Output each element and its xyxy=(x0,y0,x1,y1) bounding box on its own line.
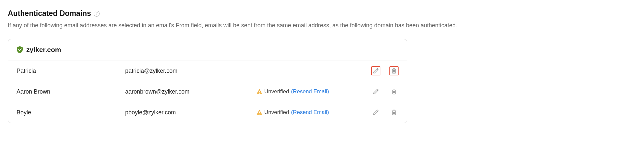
svg-rect-0 xyxy=(259,91,260,93)
edit-button[interactable] xyxy=(371,108,380,117)
resend-email-link[interactable]: (Resend Email) xyxy=(291,109,329,116)
warning-icon xyxy=(256,89,262,94)
shield-verified-icon xyxy=(17,46,23,53)
status-cell: Unverified (Resend Email) xyxy=(256,109,360,116)
edit-button[interactable] xyxy=(371,87,380,96)
domain-name: zylker.com xyxy=(26,46,61,54)
user-email: aaronbrown@zylker.com xyxy=(125,88,256,95)
svg-point-1 xyxy=(259,93,260,94)
resend-email-link[interactable]: (Resend Email) xyxy=(291,88,329,95)
domain-header: zylker.com xyxy=(8,39,407,60)
user-name: Aaron Brown xyxy=(17,88,125,95)
user-name: Patricia xyxy=(17,68,125,74)
edit-button[interactable] xyxy=(371,66,380,75)
status-text: Unverified xyxy=(264,88,289,95)
page-description: If any of the following email addresses … xyxy=(8,21,636,30)
status-text: Unverified xyxy=(264,109,289,116)
page-title: Authenticated Domains xyxy=(8,9,91,18)
table-row: Boyle pboyle@zylker.com Unverified (Rese… xyxy=(8,102,407,123)
svg-point-3 xyxy=(259,114,260,114)
warning-icon xyxy=(256,110,262,115)
table-row: Patricia patricia@zylker.com xyxy=(8,60,407,81)
help-icon[interactable]: ? xyxy=(94,11,100,17)
delete-button[interactable] xyxy=(389,87,399,96)
domain-card: zylker.com Patricia patricia@zylker.com … xyxy=(8,39,407,123)
svg-rect-2 xyxy=(259,111,260,113)
user-email: patricia@zylker.com xyxy=(125,68,256,74)
user-name: Boyle xyxy=(17,109,125,116)
delete-button[interactable] xyxy=(389,66,399,75)
user-email: pboyle@zylker.com xyxy=(125,109,256,116)
status-cell: Unverified (Resend Email) xyxy=(256,88,360,95)
delete-button[interactable] xyxy=(389,108,399,117)
table-row: Aaron Brown aaronbrown@zylker.com Unveri… xyxy=(8,81,407,102)
